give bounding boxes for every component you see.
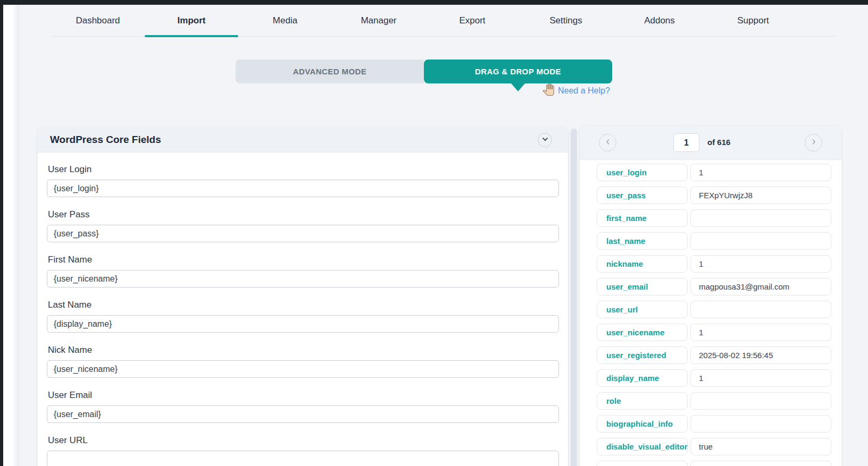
field-value: true bbox=[690, 438, 831, 455]
table-row: role bbox=[597, 392, 841, 410]
field-key[interactable]: user_login bbox=[597, 164, 688, 181]
field-key[interactable]: user_registered bbox=[597, 346, 688, 364]
tab-addons[interactable]: Addons bbox=[613, 5, 706, 36]
next-record-button[interactable] bbox=[805, 134, 822, 151]
table-row: user_pass FEXpYUrwjzJ8 bbox=[597, 187, 841, 204]
table-row: display_name 1 bbox=[597, 369, 841, 387]
tab-label: Dashboard bbox=[76, 15, 120, 26]
field-value: FEXpYUrwjzJ8 bbox=[690, 187, 831, 204]
drag-drop-mode-button[interactable]: DRAG & DROP MODE bbox=[424, 60, 612, 83]
field-value: 1 bbox=[690, 255, 831, 273]
table-row: last_name bbox=[597, 232, 841, 250]
field-key[interactable]: user_nicename bbox=[597, 324, 688, 341]
field-label: First Name bbox=[48, 255, 559, 265]
help-link-group: Need a Help? bbox=[542, 83, 610, 98]
tab-label: Manager bbox=[361, 15, 396, 26]
field-key[interactable]: user_pass bbox=[597, 187, 688, 204]
admin-top-bar bbox=[0, 0, 868, 5]
field-group-first-name: First Name bbox=[47, 255, 559, 287]
field-label: Last Name bbox=[48, 300, 559, 310]
record-total-label: of 616 bbox=[707, 138, 730, 147]
last-name-mapping-input[interactable] bbox=[47, 315, 559, 333]
top-nav: Dashboard Import Media Manager Export Se… bbox=[51, 5, 836, 37]
first-name-mapping-input[interactable] bbox=[47, 270, 559, 287]
table-row: user_nicename 1 bbox=[597, 324, 841, 341]
collapse-card-button[interactable] bbox=[538, 133, 552, 147]
tab-label: Support bbox=[737, 15, 769, 26]
field-key[interactable]: first_name bbox=[597, 209, 688, 227]
page-left-gutter bbox=[3, 5, 19, 466]
field-label: User Email bbox=[48, 390, 559, 401]
field-group-user-email: User Email bbox=[47, 390, 559, 423]
tab-support[interactable]: Support bbox=[706, 5, 800, 36]
tab-label: Import bbox=[178, 15, 206, 26]
need-help-link[interactable]: Need a Help? bbox=[558, 86, 610, 96]
user-login-mapping-input[interactable] bbox=[47, 180, 559, 197]
field-value: magpousa31@gmail.com bbox=[690, 278, 831, 295]
tab-dashboard[interactable]: Dashboard bbox=[51, 5, 145, 36]
field-label: User Login bbox=[48, 164, 559, 175]
field-value bbox=[690, 392, 831, 410]
table-row: user_url bbox=[597, 301, 841, 318]
field-group-user-url: User URL bbox=[47, 435, 559, 466]
nick-name-mapping-input[interactable] bbox=[47, 360, 559, 378]
field-label: Nick Name bbox=[48, 345, 559, 355]
user-url-mapping-input[interactable] bbox=[47, 451, 559, 466]
table-row: first_name bbox=[597, 209, 841, 227]
table-row: nickname 1 bbox=[597, 255, 841, 273]
field-key[interactable]: disable_visual_editor bbox=[597, 438, 688, 455]
table-row bbox=[597, 461, 841, 466]
field-value bbox=[690, 232, 831, 250]
tab-settings[interactable]: Settings bbox=[519, 5, 613, 36]
record-pager: of 616 bbox=[580, 126, 841, 160]
user-pass-mapping-input[interactable] bbox=[47, 225, 559, 242]
tab-label: Export bbox=[459, 15, 485, 26]
field-value bbox=[690, 209, 831, 227]
user-email-mapping-input[interactable] bbox=[47, 405, 559, 423]
field-label: User Pass bbox=[48, 209, 559, 220]
field-value: 1 bbox=[690, 369, 831, 387]
field-value: 1 bbox=[690, 164, 831, 181]
field-key[interactable]: nickname bbox=[597, 255, 688, 273]
field-value: 1 bbox=[690, 324, 831, 341]
table-row: disable_visual_editor true bbox=[597, 438, 841, 455]
field-key[interactable]: biographical_info bbox=[597, 415, 688, 433]
field-value bbox=[690, 415, 831, 433]
previous-record-button[interactable] bbox=[599, 134, 616, 151]
tab-media[interactable]: Media bbox=[238, 5, 332, 36]
field-key[interactable]: user_url bbox=[597, 301, 688, 318]
field-key[interactable]: user_email bbox=[597, 278, 688, 295]
field-value bbox=[690, 301, 831, 318]
tab-import[interactable]: Import bbox=[145, 5, 238, 36]
field-group-user-login: User Login bbox=[47, 164, 559, 197]
table-row: user_login 1 bbox=[597, 164, 841, 181]
tab-label: Addons bbox=[644, 15, 675, 26]
mode-toggle: ADVANCED MODE DRAG & DROP MODE bbox=[236, 60, 612, 83]
chevron-left-icon bbox=[605, 139, 611, 147]
record-field-list: user_login 1 user_pass FEXpYUrwjzJ8 firs… bbox=[580, 160, 841, 466]
field-label: User URL bbox=[48, 435, 559, 446]
field-value: 2025-08-02 19:56:45 bbox=[690, 346, 831, 364]
active-tab-underline bbox=[145, 35, 238, 37]
field-value bbox=[690, 461, 831, 466]
tab-export[interactable]: Export bbox=[425, 5, 519, 36]
field-group-last-name: Last Name bbox=[47, 300, 559, 333]
admin-left-bar bbox=[0, 0, 3, 466]
card-title: WordPress Core Fields bbox=[38, 134, 161, 146]
active-mode-pointer bbox=[511, 83, 525, 91]
chevron-down-icon bbox=[541, 135, 549, 145]
field-key[interactable]: display_name bbox=[597, 369, 688, 387]
field-group-nick-name: Nick Name bbox=[47, 345, 559, 378]
chevron-right-icon bbox=[811, 139, 817, 147]
advanced-mode-button[interactable]: ADVANCED MODE bbox=[236, 60, 424, 83]
field-key[interactable]: role bbox=[597, 392, 688, 410]
scrollbar[interactable] bbox=[571, 129, 577, 466]
table-row: user_email magpousa31@gmail.com bbox=[597, 278, 841, 295]
field-key[interactable]: last_name bbox=[597, 232, 688, 250]
card-header: WordPress Core Fields bbox=[38, 128, 568, 152]
tab-label: Media bbox=[273, 15, 297, 26]
field-key[interactable] bbox=[597, 461, 688, 466]
tab-manager[interactable]: Manager bbox=[332, 5, 425, 36]
table-row: biographical_info bbox=[597, 415, 841, 433]
record-number-input[interactable] bbox=[673, 133, 699, 152]
